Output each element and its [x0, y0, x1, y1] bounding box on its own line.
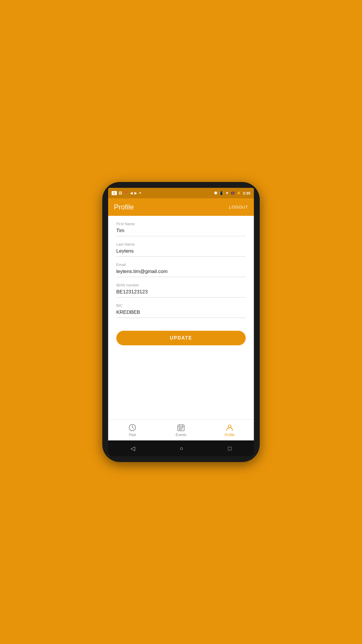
profile-icon — [226, 424, 234, 432]
system-nav: ◁ ○ □ — [108, 440, 254, 456]
svg-line-2 — [132, 428, 134, 428]
iban-label: IBAN number — [116, 283, 246, 287]
phone-frame: G 🖼 📍 ◀ ▶ ✦ ✱ 📳 ▼ 📵 ⚡ 3:35 Profile LOGOU… — [102, 182, 260, 462]
past-label: Past — [129, 433, 136, 437]
events-label: Events — [176, 433, 187, 437]
calendar-icon — [177, 424, 185, 432]
first-name-label: First Name — [116, 222, 246, 226]
last-name-label: Last Name — [116, 242, 246, 246]
email-label: Email — [116, 262, 246, 267]
bic-field: BIC — [116, 303, 246, 318]
back-button[interactable]: ◁ — [131, 445, 135, 452]
iban-input[interactable] — [116, 289, 246, 298]
nav-item-past[interactable]: Past — [108, 424, 157, 437]
first-name-field: First Name — [116, 222, 246, 236]
home-button[interactable]: ○ — [180, 445, 183, 452]
feather-icon: ✦ — [139, 191, 142, 195]
nav-item-profile[interactable]: Profile — [205, 424, 254, 437]
signal-icon: 📵 — [231, 191, 235, 195]
time: 3:35 — [243, 191, 250, 195]
app-bar: Profile LOGOUT — [108, 198, 254, 216]
nav-icon: ◀ — [130, 191, 133, 195]
bottom-nav: Past Events — [108, 419, 254, 440]
last-name-input[interactable] — [116, 248, 246, 257]
first-name-input[interactable] — [116, 228, 246, 236]
image-icon: 🖼 — [119, 191, 122, 195]
content-area: First Name Last Name Email IBAN number B… — [108, 216, 254, 419]
bluetooth-icon: ✱ — [214, 191, 217, 195]
svg-rect-7 — [179, 428, 180, 428]
recents-button[interactable]: □ — [228, 445, 231, 452]
status-bar: G 🖼 📍 ◀ ▶ ✦ ✱ 📳 ▼ 📵 ⚡ 3:35 — [108, 188, 254, 198]
logout-button[interactable]: LOGOUT — [229, 205, 248, 209]
clock-icon — [128, 424, 136, 432]
phone-screen: G 🖼 📍 ◀ ▶ ✦ ✱ 📳 ▼ 📵 ⚡ 3:35 Profile LOGOU… — [108, 188, 254, 456]
profile-label: Profile — [225, 433, 235, 437]
bic-label: BIC — [116, 303, 246, 308]
vibrate-icon: 📳 — [219, 191, 224, 195]
update-button[interactable]: UPDATE — [116, 331, 246, 345]
status-bar-left: G 🖼 📍 ◀ ▶ ✦ — [112, 191, 142, 195]
email-field: Email — [116, 262, 246, 277]
nav-item-events[interactable]: Events — [157, 424, 205, 437]
g-icon: G — [112, 191, 117, 195]
svg-rect-10 — [179, 429, 180, 430]
last-name-field: Last Name — [116, 242, 246, 257]
maps-icon: 📍 — [124, 191, 128, 195]
svg-rect-8 — [180, 428, 182, 428]
svg-rect-9 — [182, 428, 183, 428]
iban-field: IBAN number — [116, 283, 246, 298]
svg-rect-11 — [180, 429, 182, 430]
bic-input[interactable] — [116, 309, 246, 318]
email-input[interactable] — [116, 269, 246, 277]
play-icon: ▶ — [134, 191, 137, 195]
wifi-icon: ▼ — [225, 191, 229, 195]
battery-icon: ⚡ — [237, 191, 241, 195]
status-bar-right: ✱ 📳 ▼ 📵 ⚡ 3:35 — [214, 191, 250, 195]
app-bar-title: Profile — [114, 203, 134, 211]
